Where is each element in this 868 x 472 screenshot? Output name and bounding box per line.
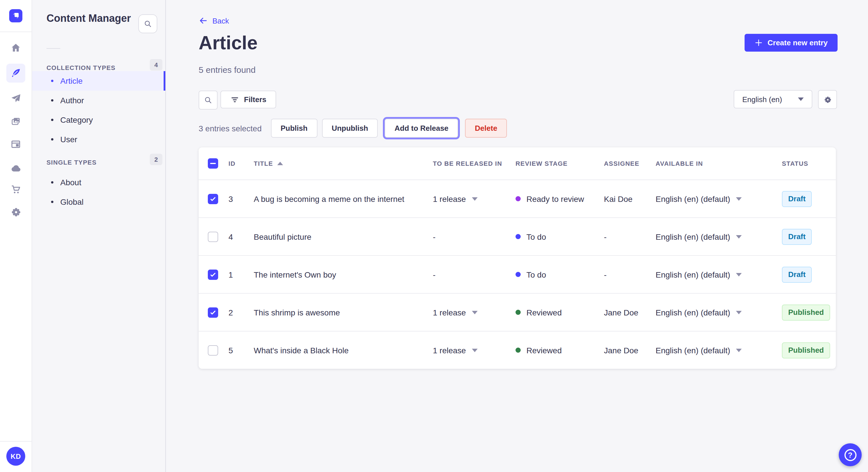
panel-title: Content Manager (46, 12, 131, 25)
column-header-title[interactable]: TITLE (254, 160, 433, 167)
release-select[interactable]: 1 release (433, 194, 516, 203)
locale-value: English (en) (default) (656, 345, 730, 355)
divider (46, 48, 60, 49)
row-checkbox[interactable] (208, 231, 218, 242)
media-icon (10, 116, 21, 127)
help-button[interactable]: ? (839, 443, 862, 466)
content-manager-panel: Content Manager COLLECTION TYPES 4 Artic… (32, 0, 166, 472)
divider (0, 441, 32, 442)
column-header-available-in[interactable]: AVAILABLE IN (656, 160, 782, 167)
row-checkbox[interactable] (208, 307, 218, 317)
column-header-status[interactable]: STATUS (782, 160, 827, 167)
check-icon (210, 195, 216, 202)
sidebar-item-label: Global (60, 197, 84, 206)
filter-icon (230, 95, 239, 104)
create-button-label: Create new entry (768, 38, 828, 47)
sidebar-item-about[interactable]: About (32, 173, 165, 192)
column-header-id[interactable]: ID (228, 160, 254, 167)
section-label-collection-types: COLLECTION TYPES (46, 64, 115, 71)
table-row[interactable]: 1 The internet's Own boy - To do - Engli… (198, 255, 836, 293)
row-locale-select[interactable]: English (en) (default) (656, 308, 782, 317)
release-value: - (433, 232, 435, 241)
table-row[interactable]: 5 What's inside a Black Hole 1 release R… (198, 331, 836, 369)
locale-value: English (en) (742, 95, 782, 103)
release-select[interactable]: - (433, 232, 516, 241)
back-link[interactable]: Back (198, 16, 229, 25)
stage-label: Ready to review (526, 194, 584, 203)
sidebar-item-pages[interactable] (6, 135, 25, 154)
bullet-icon (51, 80, 53, 82)
sidebar-item-label: User (60, 135, 77, 144)
row-checkbox[interactable] (208, 269, 218, 279)
column-header-assignee[interactable]: ASSIGNEE (604, 160, 656, 167)
strapi-logo[interactable] (9, 9, 22, 22)
row-locale-select[interactable]: English (en) (default) (656, 345, 782, 355)
stage-dot-icon (516, 347, 521, 353)
gear-icon (823, 95, 832, 104)
release-value: 1 release (433, 345, 466, 355)
user-avatar[interactable]: KD (6, 447, 25, 466)
row-title: A bug is becoming a meme on the internet (254, 194, 433, 203)
sidebar-item-content-manager[interactable] (6, 64, 25, 82)
select-all-checkbox[interactable] (208, 158, 218, 169)
view-settings-button[interactable] (818, 90, 837, 109)
filters-button[interactable]: Filters (220, 91, 276, 108)
question-mark-icon: ? (844, 449, 856, 461)
sidebar-item-author[interactable]: Author (32, 91, 165, 110)
status-badge: Draft (782, 266, 812, 282)
create-new-entry-button[interactable]: Create new entry (745, 34, 838, 52)
release-select[interactable]: 1 release (433, 345, 516, 355)
sidebar-item-global[interactable]: Global (32, 192, 165, 212)
column-header-to-be-released-in[interactable]: TO BE RELEASED IN (433, 160, 516, 167)
sidebar-item-user[interactable]: User (32, 130, 165, 149)
release-select[interactable]: - (433, 270, 516, 279)
row-locale-select[interactable]: English (en) (default) (656, 270, 782, 279)
search-entries-button[interactable] (198, 91, 218, 109)
panel-search-button[interactable] (138, 14, 157, 33)
delete-button[interactable]: Delete (465, 119, 507, 138)
bullet-icon (51, 181, 53, 183)
row-locale-select[interactable]: English (en) (default) (656, 232, 782, 241)
add-to-release-button[interactable]: Add to Release (384, 119, 458, 138)
row-title: The internet's Own boy (254, 270, 433, 279)
sort-ascending-icon (277, 162, 283, 165)
sidebar-item-marketplace[interactable] (6, 180, 25, 199)
sidebar-item-media-library[interactable] (6, 112, 25, 131)
sidebar-item-category[interactable]: Category (32, 110, 165, 130)
locale-value: English (en) (default) (656, 308, 730, 317)
unpublish-button[interactable]: Unpublish (322, 119, 378, 138)
row-locale-select[interactable]: English (en) (default) (656, 194, 782, 203)
section-label-single-types: SINGLE TYPES (46, 159, 97, 166)
table-row[interactable]: 3 A bug is becoming a meme on the intern… (198, 179, 836, 217)
status-badge: Published (782, 304, 830, 320)
table-row[interactable]: 4 Beautiful picture - To do - English (e… (198, 217, 836, 255)
row-assignee: Kai Doe (604, 194, 656, 203)
chevron-down-icon (472, 348, 477, 352)
selection-count: 3 entries selected (198, 124, 261, 133)
table-row[interactable]: 2 This shrimp is awesome 1 release Revie… (198, 293, 836, 331)
column-header-review-stage[interactable]: REVIEW STAGE (516, 160, 604, 167)
sidebar-item-settings[interactable] (6, 202, 25, 222)
plus-icon (754, 38, 763, 47)
search-icon (144, 20, 152, 28)
status-badge: Draft (782, 229, 812, 245)
chevron-down-icon (472, 310, 477, 314)
row-checkbox[interactable] (208, 194, 218, 204)
row-checkbox[interactable] (208, 345, 218, 355)
review-stage: Reviewed (516, 345, 604, 355)
status-badge: Published (782, 342, 830, 358)
sidebar-item-releases[interactable] (6, 89, 25, 108)
arrow-left-icon (198, 16, 208, 25)
bullet-icon (51, 201, 53, 203)
sidebar-item-cloud[interactable] (6, 159, 25, 178)
selection-toolbar: 3 entries selected Publish Unpublish Add… (198, 119, 512, 138)
release-select[interactable]: 1 release (433, 308, 516, 317)
sidebar-item-label: Author (60, 96, 84, 105)
feather-icon (10, 68, 21, 78)
chevron-down-icon (736, 235, 742, 238)
sidebar-item-article[interactable]: Article (32, 71, 165, 91)
publish-button[interactable]: Publish (271, 119, 317, 138)
row-assignee: - (604, 270, 656, 279)
locale-select[interactable]: English (en) (734, 90, 812, 108)
sidebar-item-home[interactable] (6, 38, 25, 57)
